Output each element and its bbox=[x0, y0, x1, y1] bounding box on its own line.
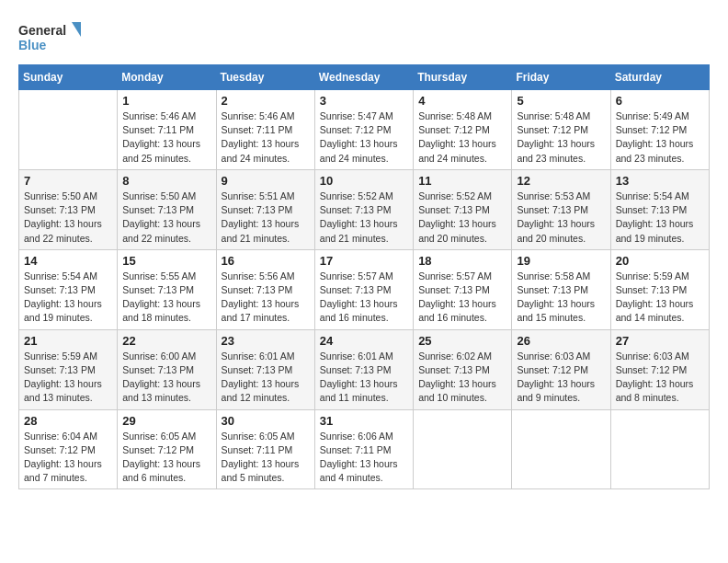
day-number: 24 bbox=[320, 334, 408, 348]
calendar-cell: 23Sunrise: 6:01 AM Sunset: 7:13 PM Dayli… bbox=[216, 329, 314, 409]
day-info: Sunrise: 5:46 AM Sunset: 7:11 PM Dayligh… bbox=[222, 109, 310, 166]
calendar-cell bbox=[19, 90, 118, 170]
calendar-cell: 14Sunrise: 5:54 AM Sunset: 7:13 PM Dayli… bbox=[19, 249, 118, 329]
day-info: Sunrise: 5:55 AM Sunset: 7:13 PM Dayligh… bbox=[122, 270, 210, 326]
calendar-cell: 26Sunrise: 6:03 AM Sunset: 7:12 PM Dayli… bbox=[512, 329, 610, 409]
calendar-week-4: 21Sunrise: 5:59 AM Sunset: 7:13 PM Dayli… bbox=[19, 329, 710, 409]
day-header-saturday: Saturday bbox=[610, 65, 709, 90]
day-number: 26 bbox=[517, 334, 605, 348]
day-number: 29 bbox=[122, 414, 210, 428]
calendar-week-1: 1Sunrise: 5:46 AM Sunset: 7:11 PM Daylig… bbox=[19, 90, 710, 170]
calendar-cell: 8Sunrise: 5:50 AM Sunset: 7:13 PM Daylig… bbox=[118, 169, 216, 249]
day-header-monday: Monday bbox=[118, 65, 216, 90]
day-number: 22 bbox=[122, 334, 210, 348]
day-number: 23 bbox=[222, 334, 310, 348]
calendar-cell: 7Sunrise: 5:50 AM Sunset: 7:13 PM Daylig… bbox=[19, 169, 118, 249]
day-info: Sunrise: 5:56 AM Sunset: 7:13 PM Dayligh… bbox=[222, 270, 310, 326]
day-number: 3 bbox=[320, 94, 408, 108]
day-number: 16 bbox=[222, 254, 310, 268]
day-info: Sunrise: 6:01 AM Sunset: 7:13 PM Dayligh… bbox=[320, 350, 408, 406]
calendar-cell: 31Sunrise: 6:06 AM Sunset: 7:11 PM Dayli… bbox=[314, 409, 413, 489]
day-header-friday: Friday bbox=[512, 65, 610, 90]
day-info: Sunrise: 5:57 AM Sunset: 7:13 PM Dayligh… bbox=[320, 270, 408, 326]
calendar-week-2: 7Sunrise: 5:50 AM Sunset: 7:13 PM Daylig… bbox=[19, 169, 710, 249]
day-info: Sunrise: 5:47 AM Sunset: 7:12 PM Dayligh… bbox=[320, 109, 408, 166]
day-number: 2 bbox=[222, 94, 310, 108]
day-info: Sunrise: 5:52 AM Sunset: 7:13 PM Dayligh… bbox=[320, 190, 408, 246]
day-info: Sunrise: 6:02 AM Sunset: 7:13 PM Dayligh… bbox=[418, 350, 506, 406]
day-info: Sunrise: 6:01 AM Sunset: 7:13 PM Dayligh… bbox=[222, 350, 310, 406]
day-number: 12 bbox=[517, 174, 605, 188]
day-info: Sunrise: 6:06 AM Sunset: 7:11 PM Dayligh… bbox=[320, 430, 408, 486]
day-info: Sunrise: 5:51 AM Sunset: 7:13 PM Dayligh… bbox=[222, 190, 310, 246]
day-info: Sunrise: 5:59 AM Sunset: 7:13 PM Dayligh… bbox=[24, 350, 112, 406]
calendar-body: 1Sunrise: 5:46 AM Sunset: 7:11 PM Daylig… bbox=[19, 90, 710, 489]
day-info: Sunrise: 5:48 AM Sunset: 7:12 PM Dayligh… bbox=[517, 109, 605, 166]
day-info: Sunrise: 6:03 AM Sunset: 7:12 PM Dayligh… bbox=[517, 350, 605, 406]
day-number: 1 bbox=[122, 94, 210, 108]
day-number: 27 bbox=[616, 334, 704, 348]
day-number: 14 bbox=[24, 254, 112, 268]
day-number: 19 bbox=[517, 254, 605, 268]
day-info: Sunrise: 5:50 AM Sunset: 7:13 PM Dayligh… bbox=[122, 190, 210, 246]
calendar-cell: 5Sunrise: 5:48 AM Sunset: 7:12 PM Daylig… bbox=[512, 90, 610, 170]
calendar-cell: 10Sunrise: 5:52 AM Sunset: 7:13 PM Dayli… bbox=[314, 169, 413, 249]
day-info: Sunrise: 5:57 AM Sunset: 7:13 PM Dayligh… bbox=[418, 270, 506, 326]
day-number: 11 bbox=[418, 174, 506, 188]
day-number: 6 bbox=[616, 94, 704, 108]
day-info: Sunrise: 6:05 AM Sunset: 7:11 PM Dayligh… bbox=[222, 430, 310, 486]
day-number: 8 bbox=[122, 174, 210, 188]
day-number: 18 bbox=[418, 254, 506, 268]
day-number: 25 bbox=[418, 334, 506, 348]
calendar-cell: 27Sunrise: 6:03 AM Sunset: 7:12 PM Dayli… bbox=[610, 329, 709, 409]
day-info: Sunrise: 5:54 AM Sunset: 7:13 PM Dayligh… bbox=[24, 270, 112, 326]
day-number: 21 bbox=[24, 334, 112, 348]
day-number: 20 bbox=[616, 254, 704, 268]
calendar-cell: 16Sunrise: 5:56 AM Sunset: 7:13 PM Dayli… bbox=[216, 249, 314, 329]
day-info: Sunrise: 5:46 AM Sunset: 7:11 PM Dayligh… bbox=[122, 109, 210, 166]
calendar-cell: 30Sunrise: 6:05 AM Sunset: 7:11 PM Dayli… bbox=[216, 409, 314, 489]
calendar-cell bbox=[414, 409, 512, 489]
day-info: Sunrise: 5:58 AM Sunset: 7:13 PM Dayligh… bbox=[517, 270, 605, 326]
calendar-cell: 11Sunrise: 5:52 AM Sunset: 7:13 PM Dayli… bbox=[414, 169, 512, 249]
calendar-cell: 1Sunrise: 5:46 AM Sunset: 7:11 PM Daylig… bbox=[118, 90, 216, 170]
calendar-week-5: 28Sunrise: 6:04 AM Sunset: 7:12 PM Dayli… bbox=[19, 409, 710, 489]
day-info: Sunrise: 6:05 AM Sunset: 7:12 PM Dayligh… bbox=[122, 430, 210, 486]
page-header: General Blue bbox=[18, 18, 710, 55]
calendar-cell: 22Sunrise: 6:00 AM Sunset: 7:13 PM Dayli… bbox=[118, 329, 216, 409]
calendar-cell: 28Sunrise: 6:04 AM Sunset: 7:12 PM Dayli… bbox=[19, 409, 118, 489]
logo-svg: General Blue bbox=[18, 18, 83, 55]
day-number: 10 bbox=[320, 174, 408, 188]
svg-text:General: General bbox=[18, 23, 66, 38]
day-number: 15 bbox=[122, 254, 210, 268]
calendar-cell bbox=[610, 409, 709, 489]
day-number: 7 bbox=[24, 174, 112, 188]
calendar-header-row: SundayMondayTuesdayWednesdayThursdayFrid… bbox=[19, 65, 710, 90]
calendar-cell: 25Sunrise: 6:02 AM Sunset: 7:13 PM Dayli… bbox=[414, 329, 512, 409]
day-header-wednesday: Wednesday bbox=[314, 65, 413, 90]
day-header-sunday: Sunday bbox=[19, 65, 118, 90]
calendar-cell: 3Sunrise: 5:47 AM Sunset: 7:12 PM Daylig… bbox=[314, 90, 413, 170]
calendar-week-3: 14Sunrise: 5:54 AM Sunset: 7:13 PM Dayli… bbox=[19, 249, 710, 329]
calendar-cell: 21Sunrise: 5:59 AM Sunset: 7:13 PM Dayli… bbox=[19, 329, 118, 409]
day-info: Sunrise: 5:54 AM Sunset: 7:13 PM Dayligh… bbox=[616, 190, 704, 246]
calendar-cell: 24Sunrise: 6:01 AM Sunset: 7:13 PM Dayli… bbox=[314, 329, 413, 409]
svg-text:Blue: Blue bbox=[18, 38, 47, 52]
day-info: Sunrise: 5:53 AM Sunset: 7:13 PM Dayligh… bbox=[517, 190, 605, 246]
calendar-cell: 19Sunrise: 5:58 AM Sunset: 7:13 PM Dayli… bbox=[512, 249, 610, 329]
day-info: Sunrise: 6:04 AM Sunset: 7:12 PM Dayligh… bbox=[24, 430, 112, 486]
calendar-cell: 15Sunrise: 5:55 AM Sunset: 7:13 PM Dayli… bbox=[118, 249, 216, 329]
calendar-cell: 9Sunrise: 5:51 AM Sunset: 7:13 PM Daylig… bbox=[216, 169, 314, 249]
calendar-cell: 2Sunrise: 5:46 AM Sunset: 7:11 PM Daylig… bbox=[216, 90, 314, 170]
logo: General Blue bbox=[18, 18, 83, 55]
day-number: 9 bbox=[222, 174, 310, 188]
svg-marker-2 bbox=[72, 22, 81, 37]
calendar-cell: 18Sunrise: 5:57 AM Sunset: 7:13 PM Dayli… bbox=[414, 249, 512, 329]
calendar-cell bbox=[512, 409, 610, 489]
day-info: Sunrise: 5:50 AM Sunset: 7:13 PM Dayligh… bbox=[24, 190, 112, 246]
day-number: 31 bbox=[320, 414, 408, 428]
day-number: 13 bbox=[616, 174, 704, 188]
day-info: Sunrise: 5:49 AM Sunset: 7:12 PM Dayligh… bbox=[616, 109, 704, 166]
day-number: 5 bbox=[517, 94, 605, 108]
calendar-cell: 6Sunrise: 5:49 AM Sunset: 7:12 PM Daylig… bbox=[610, 90, 709, 170]
